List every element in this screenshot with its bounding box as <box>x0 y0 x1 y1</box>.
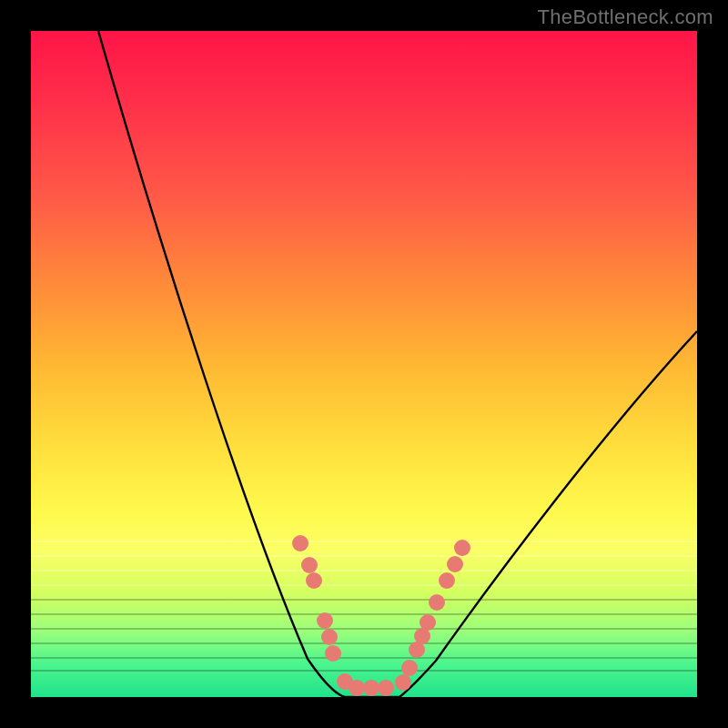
marker-dot <box>363 680 379 696</box>
marker-dot <box>317 612 333 629</box>
marker-dot <box>420 614 436 631</box>
marker-dot <box>349 680 365 696</box>
marker-dot <box>378 680 394 696</box>
marker-dot <box>429 594 445 611</box>
marker-dot <box>306 572 322 589</box>
right-curve <box>399 331 697 697</box>
marker-dot <box>325 645 341 662</box>
chart-frame: TheBottleneck.com <box>0 0 728 728</box>
curve-layer <box>31 31 697 697</box>
marker-dot <box>301 557 318 573</box>
marker-dot <box>321 629 338 645</box>
plot-area <box>31 31 697 697</box>
left-curve <box>98 31 345 697</box>
marker-dot <box>292 535 308 551</box>
marker-group <box>292 535 470 696</box>
watermark-text: TheBottleneck.com <box>538 5 713 29</box>
marker-dot <box>439 572 455 589</box>
marker-dot <box>447 556 463 572</box>
marker-dot <box>454 540 470 556</box>
marker-dot <box>401 660 418 676</box>
marker-dot <box>395 674 411 691</box>
